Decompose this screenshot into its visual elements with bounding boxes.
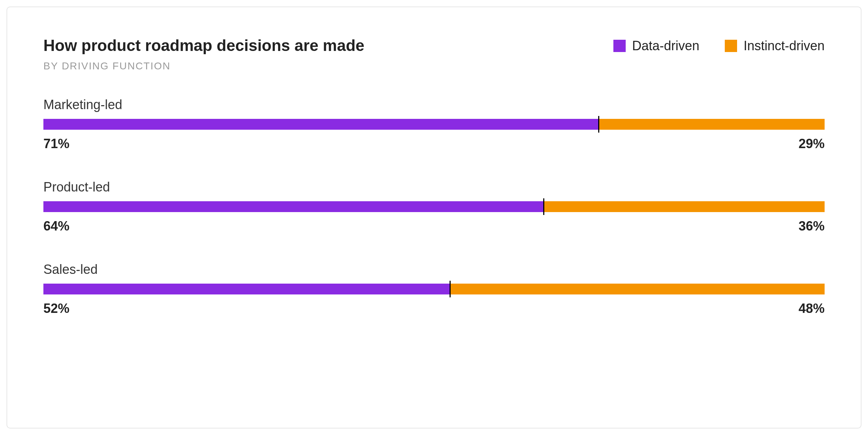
- legend-label-instinct-driven: Instinct-driven: [744, 38, 825, 53]
- bar-row-marketing-led: Marketing-led 71% 29%: [43, 97, 825, 151]
- segment-divider: [543, 198, 544, 215]
- category-label: Marketing-led: [43, 97, 825, 112]
- chart-header: How product roadmap decisions are made B…: [43, 36, 825, 72]
- value-data-driven: 71%: [43, 136, 69, 151]
- segment-divider: [450, 281, 451, 297]
- legend-swatch-instinct-driven: [725, 40, 737, 52]
- bar-segment-data-driven: [43, 119, 598, 130]
- value-instinct-driven: 29%: [799, 136, 825, 151]
- stacked-bar: [43, 201, 825, 212]
- segment-divider: [598, 116, 599, 133]
- value-row: 64% 36%: [43, 219, 825, 234]
- category-label: Product-led: [43, 180, 825, 195]
- value-instinct-driven: 36%: [799, 219, 825, 234]
- bar-segment-instinct-driven: [543, 201, 825, 212]
- bar-segment-instinct-driven: [598, 119, 825, 130]
- bar-segment-data-driven: [43, 284, 450, 294]
- value-instinct-driven: 48%: [799, 301, 825, 316]
- legend-label-data-driven: Data-driven: [632, 38, 699, 53]
- value-data-driven: 52%: [43, 301, 69, 316]
- bar-row-product-led: Product-led 64% 36%: [43, 180, 825, 234]
- stacked-bar: [43, 119, 825, 130]
- chart-rows: Marketing-led 71% 29% Product-led: [43, 97, 825, 316]
- legend-item-instinct-driven: Instinct-driven: [725, 38, 825, 53]
- category-label: Sales-led: [43, 262, 825, 277]
- bar-row-sales-led: Sales-led 52% 48%: [43, 262, 825, 316]
- value-row: 71% 29%: [43, 136, 825, 151]
- bar-segment-instinct-driven: [450, 284, 825, 294]
- chart-title: How product roadmap decisions are made: [43, 36, 365, 55]
- chart-canvas: How product roadmap decisions are made B…: [0, 0, 868, 435]
- legend-item-data-driven: Data-driven: [613, 38, 699, 53]
- value-row: 52% 48%: [43, 301, 825, 316]
- chart-legend: Data-driven Instinct-driven: [613, 36, 825, 53]
- chart-card: How product roadmap decisions are made B…: [7, 7, 861, 428]
- value-data-driven: 64%: [43, 219, 69, 234]
- chart-subtitle: BY DRIVING FUNCTION: [43, 60, 365, 72]
- legend-swatch-data-driven: [613, 40, 626, 52]
- stacked-bar: [43, 284, 825, 294]
- bar-segment-data-driven: [43, 201, 543, 212]
- title-block: How product roadmap decisions are made B…: [43, 36, 365, 72]
